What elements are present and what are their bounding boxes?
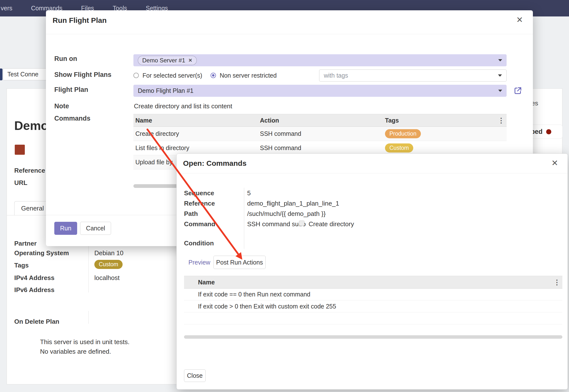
left-edge-button-fragment[interactable] (0, 69, 2, 80)
post-run-actions-table: Name ⋮ If exit code == 0 then Run next c… (184, 276, 562, 324)
reference-label: Reference (184, 200, 215, 207)
col-header-name[interactable]: Name (133, 117, 260, 124)
row-name: If exit code == 0 then Run next command (198, 291, 552, 298)
table-row[interactable]: List files in directory SSH command Cust… (133, 141, 507, 155)
note-value: Create directory and list its content (134, 102, 232, 110)
row-name: If exit code > 0 then Exit with custom e… (198, 303, 552, 310)
ipv4-value: localhost (94, 274, 120, 282)
flight-plan-filter-radios: For selected server(s) Non server restri… (133, 70, 277, 81)
run-button[interactable]: Run (54, 222, 77, 235)
unit-test-note-line2: No variables are defined. (40, 348, 111, 355)
post-run-table-header: Name ⋮ (184, 276, 562, 289)
commands-table-header: Name Action Tags ⋮ (133, 114, 507, 127)
server-chip[interactable]: Demo Server #1 ✕ (138, 56, 197, 65)
on-delete-plan-label: On Delete Plan (14, 318, 59, 325)
table-row[interactable]: If exit code == 0 then Run next command (184, 289, 562, 300)
show-flight-plans-label: Show Flight Plans (54, 71, 112, 79)
commands-label: Commands (54, 115, 90, 122)
flight-plan-label: Flight Plan (54, 86, 88, 94)
with-tags-placeholder: with tags (324, 72, 348, 79)
server-title: Demo (14, 119, 48, 133)
dropdown-caret-icon (498, 74, 502, 77)
path-label: Path (184, 210, 198, 218)
os-value-link[interactable]: Debian 10 (94, 249, 124, 257)
ipv4-label: IPv4 Address (14, 274, 55, 282)
table-row-empty (184, 312, 562, 324)
horizontal-scrollbar-thumb[interactable] (184, 335, 562, 339)
reference-value: demo_flight_plan_1_plan_line_1 (247, 200, 339, 207)
command-checkbox[interactable] (299, 221, 304, 226)
flight-plan-value: Demo Flight Plan #1 (138, 87, 194, 94)
cancel-button[interactable]: Cancel (80, 222, 111, 235)
table-row[interactable]: If exit code > 0 then Exit with custom e… (184, 300, 562, 312)
partner-label: Partner (14, 240, 37, 247)
tab-preview[interactable]: Preview (188, 256, 210, 269)
condition-label: Condition (184, 239, 214, 247)
dropdown-caret-icon (498, 59, 502, 61)
tag-badge-custom: Custom (385, 143, 413, 153)
run-on-label: Run on (54, 55, 77, 63)
reference-label: Reference (14, 167, 45, 174)
ipv6-label: IPv6 Address (14, 286, 55, 294)
tab-post-run-actions[interactable]: Post Run Actions (213, 256, 266, 269)
open-commands-modal: Open: Commands ✕ Sequence 5 Reference de… (176, 154, 568, 390)
close-icon[interactable]: ✕ (516, 16, 523, 24)
color-swatch[interactable] (15, 145, 25, 155)
row-action: SSH command (260, 130, 385, 137)
external-link-icon[interactable] (513, 86, 522, 96)
tag-badge-custom: Custom (94, 260, 123, 269)
screen: vers Commands Files Tools Settings Test … (0, 0, 569, 392)
row-action: SSH command (260, 144, 385, 152)
field-separator-line (244, 188, 244, 249)
radio-non-server-restricted[interactable] (211, 73, 216, 78)
flight-plan-select[interactable]: Demo Flight Plan #1 (133, 85, 507, 97)
radio-for-selected-servers[interactable] (133, 73, 139, 78)
row-name: Create directory (133, 130, 260, 137)
server-chip-label: Demo Server #1 (142, 57, 185, 64)
url-label: URL (14, 179, 27, 187)
row-name: List files in directory (133, 144, 260, 152)
modal-title: Open: Commands (183, 159, 246, 168)
tag-badge-production: Production (385, 129, 421, 138)
command-value: SSH command sudo (247, 220, 306, 228)
col-header-tags[interactable]: Tags (385, 117, 496, 124)
modal-title: Run Flight Plan (53, 16, 107, 25)
path-value: /such/much/{{ demo_path }} (247, 210, 326, 218)
radio-for-selected-servers-label: For selected server(s) (142, 72, 202, 79)
table-options-kebab-icon[interactable]: ⋮ (552, 278, 562, 286)
radio-non-server-restricted-label: Non server restricted (220, 72, 277, 79)
col-header-name[interactable]: Name (198, 279, 552, 286)
header-divider (46, 34, 533, 34)
close-button[interactable]: Close (184, 369, 206, 382)
chip-remove-icon[interactable]: ✕ (188, 57, 192, 63)
with-tags-select[interactable]: with tags (319, 70, 507, 82)
os-label: Operating System (14, 249, 69, 257)
col-header-action[interactable]: Action (260, 117, 385, 124)
field-separator-line (88, 311, 89, 324)
tags-label: Tags (14, 262, 29, 269)
sequence-label: Sequence (184, 189, 214, 197)
sequence-value: 5 (247, 189, 251, 197)
table-row[interactable]: Create directory SSH command Production (133, 127, 507, 141)
nav-item-servers[interactable]: vers (1, 5, 12, 12)
close-icon[interactable]: ✕ (551, 159, 558, 167)
table-options-kebab-icon[interactable]: ⋮ (496, 116, 507, 125)
dropdown-caret-icon (498, 90, 502, 92)
command-label: Command (184, 220, 215, 228)
header-divider (177, 173, 568, 173)
unit-test-note-line1: This server is used in unit tests. (40, 338, 129, 346)
status-dot-icon (546, 129, 551, 134)
run-on-field[interactable]: Demo Server #1 ✕ (133, 54, 507, 66)
tab-general[interactable]: General (14, 201, 51, 215)
create-directory-link[interactable]: Create directory (309, 220, 354, 228)
note-label: Note (54, 102, 69, 110)
